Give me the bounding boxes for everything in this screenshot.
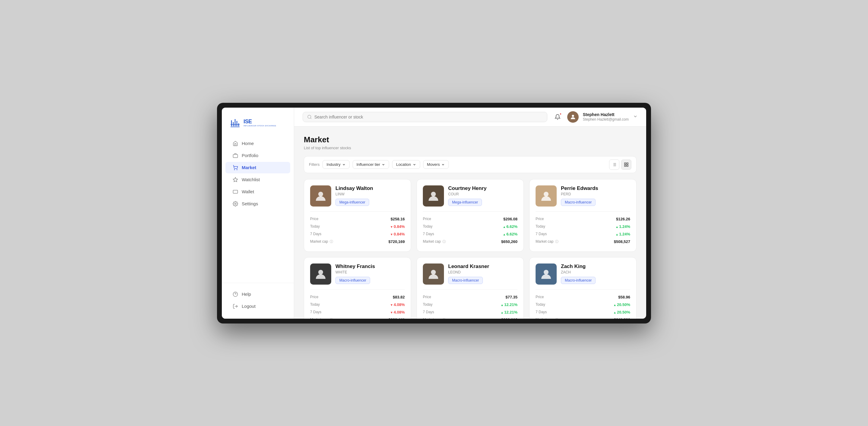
- wallet-icon: [233, 189, 238, 194]
- card-name-perrie: Perrie Edwards: [561, 185, 598, 191]
- svg-rect-11: [233, 190, 238, 193]
- card-ticker-courtney: COUR: [448, 192, 487, 196]
- price-value-zach: $58.96: [618, 295, 630, 299]
- movers-filter-label: Movers: [427, 162, 440, 167]
- sevendays-label-zach: 7 Days: [535, 310, 547, 314]
- influencer-tier-filter[interactable]: Influencer tier: [352, 160, 390, 169]
- card-avatar-perrie: [535, 185, 557, 207]
- sevendays-arrow-leonard: ▲: [501, 311, 504, 314]
- settings-icon: [233, 201, 238, 207]
- influencer-card-zach[interactable]: Zach King ZACH Macro-influencer Price $5…: [529, 257, 637, 319]
- card-stats-leonard: Price $77.35 Today ▲12.21% 7 Days ▲12.21…: [423, 290, 518, 319]
- sidebar-item-home[interactable]: Home: [225, 138, 290, 149]
- today-arrow-whitney: ▼: [390, 303, 393, 307]
- marketcap-label-lindsay: Market cap ⓘ: [310, 239, 333, 244]
- tier-chevron-icon: [381, 163, 385, 166]
- industry-chevron-icon: [342, 163, 346, 166]
- card-ticker-zach: ZACH: [561, 270, 595, 274]
- influencer-card-leonard[interactable]: Leonard Krasner LEOND Macro-influencer P…: [416, 257, 524, 319]
- browser-chrome: ISE INFLUENCER STOCK EXCHANGE Home: [217, 103, 651, 324]
- sidebar-item-help[interactable]: Help: [225, 288, 290, 300]
- price-value-perrie: $126.26: [616, 217, 630, 221]
- sidebar-item-portfolio[interactable]: Portfolio: [225, 150, 290, 161]
- nav-bottom: Help Logout: [222, 283, 294, 313]
- sevendays-row-lindsay: 7 Days ▼0.84%: [310, 230, 405, 238]
- sidebar-item-market[interactable]: Market: [225, 162, 290, 173]
- card-ticker-whitney: WHITE: [336, 270, 375, 274]
- page-subtitle: List of top influencer stocks: [304, 146, 637, 150]
- marketcap-value-lindsay: $720,169: [389, 239, 405, 244]
- svg-rect-27: [624, 165, 626, 166]
- today-row-zach: Today ▲20.50%: [535, 301, 630, 308]
- sevendays-arrow-zach: ▲: [613, 311, 616, 314]
- card-ticker-perrie: PERD: [561, 192, 598, 196]
- card-name-leonard: Leonard Krasner: [448, 264, 489, 270]
- grid-view-button[interactable]: [621, 159, 631, 170]
- today-label-leonard: Today: [423, 302, 433, 307]
- today-arrow-courtney: ▲: [503, 225, 506, 229]
- svg-line-17: [310, 118, 311, 119]
- sevendays-row-whitney: 7 Days ▼4.08%: [310, 308, 405, 316]
- card-avatar-courtney: [423, 185, 444, 207]
- marketcap-info-icon-zach: ⓘ: [555, 318, 558, 319]
- price-row-courtney: Price $206.08: [423, 215, 518, 223]
- today-value-perrie: ▲1.24%: [615, 224, 630, 229]
- user-dropdown-chevron[interactable]: [633, 114, 638, 120]
- influencer-card-perrie[interactable]: Perrie Edwards PERD Macro-influencer Pri…: [529, 179, 637, 252]
- sevendays-arrow-courtney: ▲: [503, 233, 506, 236]
- sidebar-logo: ISE INFLUENCER STOCK EXCHANGE: [222, 114, 294, 137]
- influencer-card-lindsay[interactable]: Lindsay Walton LINW Mega-influencer Pric…: [304, 179, 411, 252]
- portfolio-icon: [233, 153, 238, 158]
- today-label-whitney: Today: [310, 302, 320, 307]
- search-input[interactable]: [314, 115, 543, 119]
- card-header-lindsay: Lindsay Walton LINW Mega-influencer: [310, 185, 405, 207]
- sevendays-value-courtney: ▲6.62%: [503, 232, 518, 236]
- marketcap-row-zach: Market cap ⓘ $241,890: [535, 316, 630, 319]
- logo-subtext: INFLUENCER STOCK EXCHANGE: [244, 125, 276, 127]
- marketcap-info-icon-leonard: ⓘ: [442, 318, 446, 319]
- nav-section: Home Portfolio: [222, 137, 294, 283]
- svg-point-32: [318, 270, 323, 275]
- notification-button[interactable]: [552, 112, 563, 122]
- marketcap-label-zach: Market cap ⓘ: [535, 317, 558, 319]
- svg-point-16: [308, 115, 311, 119]
- today-value-lindsay: ▼0.84%: [390, 224, 405, 229]
- svg-point-30: [431, 192, 436, 196]
- price-value-lindsay: $258.16: [391, 217, 405, 221]
- market-icon: [233, 165, 238, 170]
- today-arrow-zach: ▲: [613, 303, 616, 307]
- sidebar-item-watchlist-label: Watchlist: [242, 177, 260, 182]
- card-stats-perrie: Price $126.26 Today ▲1.24% 7 Days ▲1.24%: [535, 211, 630, 245]
- sidebar-item-settings[interactable]: Settings: [225, 198, 290, 210]
- price-row-perrie: Price $126.26: [535, 215, 630, 223]
- today-label-perrie: Today: [535, 224, 545, 229]
- search-bar[interactable]: [303, 112, 547, 122]
- marketcap-row-whitney: Market cap ⓘ $320,441: [310, 316, 405, 319]
- movers-filter[interactable]: Movers: [423, 160, 449, 169]
- sevendays-value-lindsay: ▼0.84%: [390, 232, 405, 236]
- industry-filter[interactable]: Industry: [322, 160, 349, 169]
- card-info-leonard: Leonard Krasner LEOND Macro-influencer: [448, 264, 489, 284]
- sidebar-item-wallet[interactable]: Wallet: [225, 186, 290, 197]
- card-ticker-lindsay: LINW: [336, 192, 373, 196]
- marketcap-label-whitney: Market cap ⓘ: [310, 317, 333, 319]
- list-view-button[interactable]: [609, 159, 619, 170]
- today-label-zach: Today: [535, 302, 545, 307]
- tier-badge-whitney: Macro-influencer: [336, 277, 370, 284]
- sidebar-item-logout[interactable]: Logout: [225, 301, 290, 312]
- influencer-card-courtney[interactable]: Courtney Henry COUR Mega-influencer Pric…: [416, 179, 524, 252]
- today-label-courtney: Today: [423, 224, 433, 229]
- marketcap-value-zach: $241,890: [614, 317, 630, 319]
- svg-point-33: [431, 270, 436, 275]
- card-header-zach: Zach King ZACH Macro-influencer: [535, 264, 630, 284]
- influencer-card-whitney[interactable]: Whitney Francis WHITE Macro-influencer P…: [304, 257, 411, 319]
- user-info[interactable]: Stephen Hazlett Stephen Hazlett@gmail.co…: [583, 112, 629, 122]
- card-ticker-leonard: LEOND: [448, 270, 489, 274]
- card-info-perrie: Perrie Edwards PERD Macro-influencer: [561, 185, 598, 206]
- page-content: Market List of top influencer stocks Fil…: [294, 127, 646, 319]
- sidebar-item-watchlist[interactable]: Watchlist: [225, 174, 290, 185]
- filter-label: Filters: [309, 162, 319, 167]
- list-view-icon: [612, 162, 617, 167]
- sidebar-item-logout-label: Logout: [242, 304, 255, 309]
- location-filter[interactable]: Location: [392, 160, 420, 169]
